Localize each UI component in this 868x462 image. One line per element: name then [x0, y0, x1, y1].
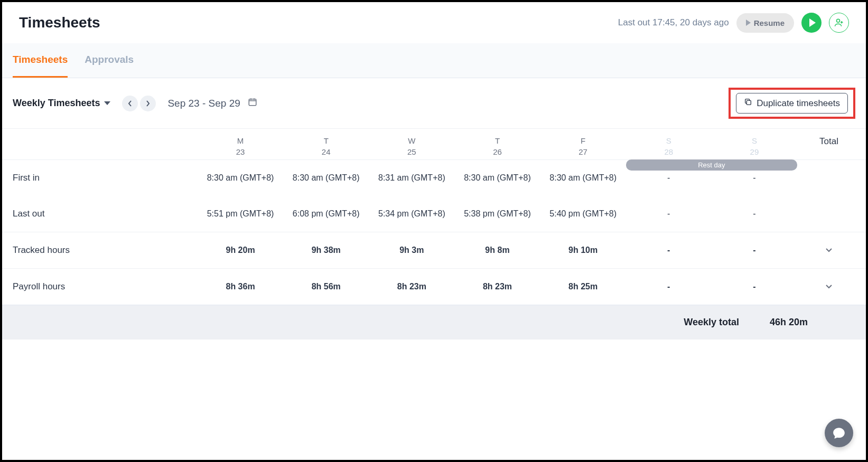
resume-label: Resume — [754, 18, 785, 27]
tab-timesheets[interactable]: Timesheets — [13, 43, 68, 78]
chat-icon — [832, 426, 846, 440]
cell: 8h 36m — [198, 282, 283, 291]
col-wed: W25 — [369, 136, 454, 156]
resume-button[interactable]: Resume — [736, 13, 794, 33]
date-range[interactable]: Sep 23 - Sep 29 — [167, 97, 257, 109]
chevron-left-icon — [128, 100, 132, 107]
cell: 8:30 am (GMT+8) — [283, 173, 369, 183]
col-fri: F27 — [540, 136, 626, 156]
cell: 8:30 am (GMT+8) — [198, 173, 283, 183]
cell: 9h 3m — [369, 246, 454, 255]
cell: - — [626, 246, 712, 255]
row-last-out: Last out 5:51 pm (GMT+8) 6:08 pm (GMT+8)… — [2, 196, 866, 232]
col-thu: T26 — [454, 136, 540, 156]
chevron-down-icon — [825, 284, 833, 289]
row-payroll-hours: Payroll hours 8h 36m 8h 56m 8h 23m 8h 23… — [2, 268, 866, 305]
next-week-button[interactable] — [140, 96, 156, 111]
calendar-icon — [248, 97, 257, 109]
controls-left: Weekly Timesheets Sep 23 - Sep 29 — [13, 96, 257, 111]
tab-approvals[interactable]: Approvals — [85, 43, 134, 78]
view-selector[interactable]: Weekly Timesheets — [13, 98, 110, 109]
row-tracked-hours: Tracked hours 9h 20m 9h 38m 9h 3m 9h 8m … — [2, 232, 866, 268]
timesheet-table: M23 T24 W25 T26 F27 S28 S29 Total Rest d… — [2, 129, 866, 340]
svg-point-0 — [837, 19, 840, 22]
header-actions: Last out 17:45, 20 days ago Resume — [618, 13, 849, 33]
cell: 8:30 am (GMT+8) — [454, 173, 540, 183]
view-label: Weekly Timesheets — [13, 98, 100, 109]
cell: 8h 25m — [540, 282, 626, 291]
cell: 8h 23m — [454, 282, 540, 291]
play-icon — [746, 20, 751, 26]
cell: 9h 8m — [454, 246, 540, 255]
row-label: Tracked hours — [7, 245, 198, 256]
cell: 6:08 pm (GMT+8) — [283, 209, 369, 219]
col-sat: S28 — [626, 136, 712, 156]
last-out-status: Last out 17:45, 20 days ago — [618, 17, 729, 28]
cell: - — [626, 173, 712, 183]
cell: 5:40 pm (GMT+8) — [540, 209, 626, 219]
cell: 9h 10m — [540, 246, 626, 255]
cell: 5:34 pm (GMT+8) — [369, 209, 454, 219]
cell: - — [712, 282, 797, 291]
content-area: Timesheets Approvals Weekly Timesheets S… — [2, 43, 866, 340]
expand-payroll-button[interactable] — [797, 282, 861, 291]
cell: - — [626, 209, 712, 219]
col-sun: S29 — [712, 136, 797, 156]
chat-widget-button[interactable] — [825, 419, 853, 447]
controls-bar: Weekly Timesheets Sep 23 - Sep 29 — [2, 78, 866, 129]
cell: 9h 38m — [283, 246, 369, 255]
page-title: Timesheets — [19, 14, 100, 31]
cell: 5:51 pm (GMT+8) — [198, 209, 283, 219]
col-tue: T24 — [283, 136, 369, 156]
cell: - — [626, 282, 712, 291]
cell: - — [712, 173, 797, 183]
duplicate-label: Duplicate timesheets — [757, 98, 840, 109]
col-mon: M23 — [198, 136, 283, 156]
row-label: First in — [7, 173, 198, 183]
weekly-total-label: Weekly total — [684, 317, 739, 328]
cell: 8h 23m — [369, 282, 454, 291]
cell: 5:38 pm (GMT+8) — [454, 209, 540, 219]
chevron-down-icon — [825, 248, 833, 253]
cell: 8:30 am (GMT+8) — [540, 173, 626, 183]
weekly-total-row: Weekly total 46h 20m — [2, 305, 866, 340]
svg-rect-2 — [747, 100, 751, 105]
cell: 8:31 am (GMT+8) — [369, 173, 454, 183]
page-header: Timesheets Last out 17:45, 20 days ago R… — [2, 2, 866, 43]
chevron-right-icon — [146, 100, 150, 107]
cell: - — [712, 246, 797, 255]
tabs: Timesheets Approvals — [2, 43, 866, 78]
svg-rect-1 — [249, 99, 256, 106]
chevron-down-icon — [104, 101, 110, 105]
duplicate-highlight: Duplicate timesheets — [729, 88, 855, 119]
rest-day-badge: Rest day — [626, 159, 797, 171]
profile-button[interactable] — [829, 13, 849, 33]
cell: 8h 56m — [283, 282, 369, 291]
row-label: Last out — [7, 209, 198, 219]
weekly-total-value: 46h 20m — [770, 317, 808, 328]
col-total: Total — [797, 136, 861, 147]
cell: 9h 20m — [198, 246, 283, 255]
cell: - — [712, 209, 797, 219]
expand-tracked-button[interactable] — [797, 246, 861, 255]
week-nav — [122, 96, 156, 111]
date-range-text: Sep 23 - Sep 29 — [167, 98, 240, 109]
prev-week-button[interactable] — [122, 96, 138, 111]
start-timer-button[interactable] — [801, 13, 822, 33]
copy-icon — [744, 98, 752, 109]
user-icon — [834, 18, 844, 27]
row-label: Payroll hours — [7, 281, 198, 292]
duplicate-timesheets-button[interactable]: Duplicate timesheets — [736, 93, 848, 114]
play-icon — [809, 18, 816, 27]
table-header: M23 T24 W25 T26 F27 S28 S29 Total Rest d… — [2, 129, 866, 160]
